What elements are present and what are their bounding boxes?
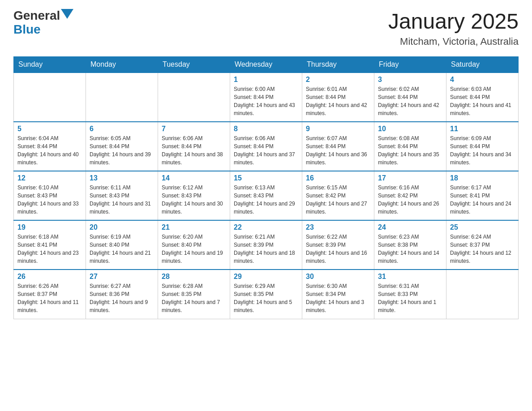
day-cell: 28Sunrise: 6:28 AMSunset: 8:35 PMDayligh…: [158, 270, 230, 319]
day-number: 19: [17, 223, 82, 231]
week-row-1: 1Sunrise: 6:00 AMSunset: 8:44 PMDaylight…: [14, 73, 519, 122]
day-info: Sunrise: 6:27 AMSunset: 8:36 PMDaylight:…: [90, 282, 154, 314]
day-info: Sunrise: 6:26 AMSunset: 8:37 PMDaylight:…: [17, 282, 82, 314]
day-info: Sunrise: 6:17 AMSunset: 8:41 PMDaylight:…: [450, 184, 515, 216]
day-info: Sunrise: 6:15 AMSunset: 8:42 PMDaylight:…: [306, 184, 370, 216]
day-number: 26: [17, 273, 82, 281]
header-cell-thursday: Thursday: [302, 57, 374, 73]
day-number: 6: [90, 125, 154, 133]
day-cell: 1Sunrise: 6:00 AMSunset: 8:44 PMDaylight…: [230, 73, 302, 122]
day-info: Sunrise: 6:03 AMSunset: 8:44 PMDaylight:…: [450, 85, 515, 117]
day-cell: 18Sunrise: 6:17 AMSunset: 8:41 PMDayligh…: [446, 171, 519, 220]
header-cell-friday: Friday: [374, 57, 446, 73]
day-cell: 9Sunrise: 6:07 AMSunset: 8:44 PMDaylight…: [302, 122, 374, 171]
day-number: 31: [378, 273, 442, 281]
day-info: Sunrise: 6:19 AMSunset: 8:40 PMDaylight:…: [90, 233, 154, 265]
day-cell: [14, 73, 86, 122]
day-cell: 13Sunrise: 6:11 AMSunset: 8:43 PMDayligh…: [86, 171, 158, 220]
day-info: Sunrise: 6:06 AMSunset: 8:44 PMDaylight:…: [234, 134, 298, 167]
day-cell: 7Sunrise: 6:06 AMSunset: 8:44 PMDaylight…: [158, 122, 230, 171]
day-cell: 26Sunrise: 6:26 AMSunset: 8:37 PMDayligh…: [14, 270, 86, 319]
title-block: January 2025 Mitcham, Victoria, Australi…: [388, 9, 519, 47]
day-info: Sunrise: 6:12 AMSunset: 8:43 PMDaylight:…: [162, 184, 226, 216]
day-number: 10: [378, 125, 442, 133]
logo: General Blue: [13, 9, 73, 37]
day-cell: 3Sunrise: 6:02 AMSunset: 8:44 PMDaylight…: [374, 73, 446, 122]
day-info: Sunrise: 6:07 AMSunset: 8:44 PMDaylight:…: [306, 134, 370, 167]
day-number: 24: [378, 223, 442, 231]
day-info: Sunrise: 6:29 AMSunset: 8:35 PMDaylight:…: [234, 282, 298, 314]
day-cell: 5Sunrise: 6:04 AMSunset: 8:44 PMDaylight…: [14, 122, 86, 171]
calendar-subtitle: Mitcham, Victoria, Australia: [388, 36, 519, 47]
day-info: Sunrise: 6:09 AMSunset: 8:44 PMDaylight:…: [450, 134, 515, 167]
day-number: 4: [450, 76, 515, 84]
header-cell-saturday: Saturday: [446, 57, 519, 73]
day-info: Sunrise: 6:13 AMSunset: 8:43 PMDaylight:…: [234, 184, 298, 216]
day-info: Sunrise: 6:23 AMSunset: 8:38 PMDaylight:…: [378, 233, 442, 265]
day-number: 11: [450, 125, 515, 133]
day-number: 17: [378, 174, 442, 182]
week-row-3: 12Sunrise: 6:10 AMSunset: 8:43 PMDayligh…: [14, 171, 519, 220]
day-info: Sunrise: 6:06 AMSunset: 8:44 PMDaylight:…: [162, 134, 226, 167]
day-info: Sunrise: 6:10 AMSunset: 8:43 PMDaylight:…: [17, 184, 82, 216]
day-number: 22: [234, 223, 298, 231]
day-info: Sunrise: 6:00 AMSunset: 8:44 PMDaylight:…: [234, 85, 298, 117]
day-cell: 10Sunrise: 6:08 AMSunset: 8:44 PMDayligh…: [374, 122, 446, 171]
day-number: 30: [306, 273, 370, 281]
day-number: 2: [306, 76, 370, 84]
day-cell: 8Sunrise: 6:06 AMSunset: 8:44 PMDaylight…: [230, 122, 302, 171]
day-number: 25: [450, 223, 515, 231]
day-info: Sunrise: 6:31 AMSunset: 8:33 PMDaylight:…: [378, 282, 442, 314]
day-number: 21: [162, 223, 226, 231]
day-info: Sunrise: 6:11 AMSunset: 8:43 PMDaylight:…: [90, 184, 154, 216]
day-cell: 14Sunrise: 6:12 AMSunset: 8:43 PMDayligh…: [158, 171, 230, 220]
day-number: 12: [17, 174, 82, 182]
day-info: Sunrise: 6:24 AMSunset: 8:37 PMDaylight:…: [450, 233, 515, 265]
calendar-table: SundayMondayTuesdayWednesdayThursdayFrid…: [13, 56, 519, 319]
logo-general: General: [13, 9, 60, 23]
day-cell: 15Sunrise: 6:13 AMSunset: 8:43 PMDayligh…: [230, 171, 302, 220]
header-cell-wednesday: Wednesday: [230, 57, 302, 73]
header-cell-sunday: Sunday: [14, 57, 86, 73]
day-info: Sunrise: 6:16 AMSunset: 8:42 PMDaylight:…: [378, 184, 442, 216]
calendar-title: January 2025: [388, 9, 519, 34]
day-info: Sunrise: 6:30 AMSunset: 8:34 PMDaylight:…: [306, 282, 370, 314]
day-cell: 11Sunrise: 6:09 AMSunset: 8:44 PMDayligh…: [446, 122, 519, 171]
day-number: 23: [306, 223, 370, 231]
day-number: 20: [90, 223, 154, 231]
day-info: Sunrise: 6:21 AMSunset: 8:39 PMDaylight:…: [234, 233, 298, 265]
day-cell: 16Sunrise: 6:15 AMSunset: 8:42 PMDayligh…: [302, 171, 374, 220]
day-cell: 12Sunrise: 6:10 AMSunset: 8:43 PMDayligh…: [14, 171, 86, 220]
day-number: 9: [306, 125, 370, 133]
day-number: 14: [162, 174, 226, 182]
day-info: Sunrise: 6:20 AMSunset: 8:40 PMDaylight:…: [162, 233, 226, 265]
day-number: 16: [306, 174, 370, 182]
day-cell: 27Sunrise: 6:27 AMSunset: 8:36 PMDayligh…: [86, 270, 158, 319]
day-number: 13: [90, 174, 154, 182]
week-row-4: 19Sunrise: 6:18 AMSunset: 8:41 PMDayligh…: [14, 220, 519, 270]
logo-triangle-icon: [61, 9, 73, 19]
day-info: Sunrise: 6:08 AMSunset: 8:44 PMDaylight:…: [378, 134, 442, 167]
day-number: 28: [162, 273, 226, 281]
header-row: SundayMondayTuesdayWednesdayThursdayFrid…: [14, 57, 519, 73]
day-number: 3: [378, 76, 442, 84]
day-cell: [158, 73, 230, 122]
header-cell-tuesday: Tuesday: [158, 57, 230, 73]
day-cell: 22Sunrise: 6:21 AMSunset: 8:39 PMDayligh…: [230, 220, 302, 270]
day-number: 8: [234, 125, 298, 133]
day-cell: 6Sunrise: 6:05 AMSunset: 8:44 PMDaylight…: [86, 122, 158, 171]
day-number: 18: [450, 174, 515, 182]
week-row-2: 5Sunrise: 6:04 AMSunset: 8:44 PMDaylight…: [14, 122, 519, 171]
day-info: Sunrise: 6:01 AMSunset: 8:44 PMDaylight:…: [306, 85, 370, 117]
day-number: 29: [234, 273, 298, 281]
day-number: 27: [90, 273, 154, 281]
logo-blue: Blue: [13, 22, 41, 36]
day-cell: 25Sunrise: 6:24 AMSunset: 8:37 PMDayligh…: [446, 220, 519, 270]
day-info: Sunrise: 6:02 AMSunset: 8:44 PMDaylight:…: [378, 85, 442, 117]
day-number: 5: [17, 125, 82, 133]
day-cell: [446, 270, 519, 319]
day-cell: 19Sunrise: 6:18 AMSunset: 8:41 PMDayligh…: [14, 220, 86, 270]
day-cell: [86, 73, 158, 122]
day-info: Sunrise: 6:22 AMSunset: 8:39 PMDaylight:…: [306, 233, 370, 265]
week-row-5: 26Sunrise: 6:26 AMSunset: 8:37 PMDayligh…: [14, 270, 519, 319]
